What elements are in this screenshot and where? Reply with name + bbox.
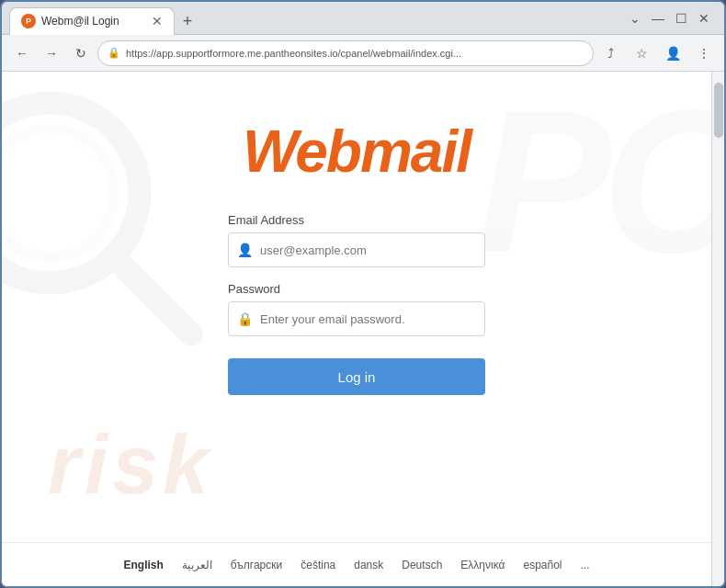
content-area: PC risk Webmail Email Address 👤 [2,72,724,586]
forward-button[interactable]: → [39,40,64,66]
tab-close-button[interactable]: ✕ [152,14,163,28]
login-button[interactable]: Log in [228,358,485,395]
back-button[interactable]: ← [9,40,35,66]
bookmark-icon[interactable]: ☆ [629,40,654,66]
webmail-logo: Webmail [243,118,471,186]
email-form-group: Email Address 👤 [228,213,485,267]
language-spanish[interactable]: español [523,559,562,571]
email-input[interactable] [228,232,485,267]
language-english[interactable]: English [123,559,163,571]
address-bar[interactable]: 🔒 https://app.supportformore.me.pantheon… [97,40,594,66]
toolbar: ← → ↻ 🔒 https://app.supportformore.me.pa… [2,35,724,72]
password-input[interactable] [228,301,485,336]
email-input-wrapper: 👤 [228,232,485,267]
email-label: Email Address [228,213,485,227]
user-icon: 👤 [237,243,253,257]
watermark-risk-text: risk [48,418,213,513]
scrollbar-thumb[interactable] [714,83,723,138]
language-arabic[interactable]: العربية [182,559,212,571]
password-input-wrapper: 🔒 [228,301,485,336]
chevron-down-icon[interactable]: ⌄ [630,11,641,26]
active-tab[interactable]: P Webm@il Login ✕ [9,7,175,35]
lock-input-icon: 🔒 [237,311,253,326]
tab-bar: P Webm@il Login ✕ + [9,2,200,35]
window-controls: ⌄ — ☐ ✕ [630,11,717,26]
title-bar: P Webm@il Login ✕ + ⌄ — ☐ ✕ [2,2,724,35]
toolbar-actions: ⤴ ☆ 👤 ⋮ [597,40,717,66]
page-inner: PC risk Webmail Email Address 👤 [2,72,711,586]
menu-icon[interactable]: ⋮ [691,40,717,66]
language-more[interactable]: ... [581,559,590,571]
close-button[interactable]: ✕ [698,11,709,26]
tab-favicon: P [21,14,36,28]
language-danish[interactable]: dansk [354,559,383,571]
tab-title: Webm@il Login [41,15,119,28]
reload-button[interactable]: ↻ [68,40,94,66]
profile-icon[interactable]: 👤 [660,40,686,66]
url-text: https://app.supportformore.me.pantheonsi… [126,48,461,59]
new-tab-button[interactable]: + [175,9,200,35]
language-czech[interactable]: čeština [301,559,335,571]
language-bar: English العربية български čeština dansk … [2,542,711,586]
language-greek[interactable]: Ελληνικά [460,559,505,571]
browser-window: P Webm@il Login ✕ + ⌄ — ☐ ✕ ← → ↻ 🔒 http [0,0,726,588]
password-form-group: Password 🔒 [228,282,485,336]
password-label: Password [228,282,485,296]
lock-icon: 🔒 [108,47,120,59]
login-container: Webmail Email Address 👤 Password 🔒 [2,72,711,395]
language-bulgarian[interactable]: български [231,559,282,571]
page-content: PC risk Webmail Email Address 👤 [2,72,711,586]
scrollbar[interactable] [711,72,724,586]
minimize-button[interactable]: — [652,11,664,26]
maximize-button[interactable]: ☐ [675,11,687,26]
share-icon[interactable]: ⤴ [597,40,623,66]
language-german[interactable]: Deutsch [402,559,442,571]
